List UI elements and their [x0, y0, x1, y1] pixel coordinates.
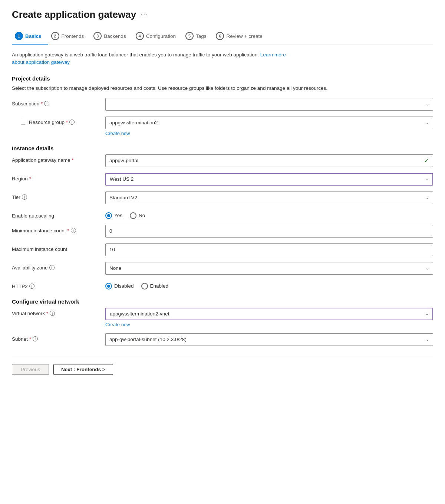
tab-number-configuration: 4: [136, 32, 144, 40]
tier-label: Tier i: [12, 192, 101, 200]
resource-group-create-new[interactable]: Create new: [105, 131, 130, 136]
resource-group-value: appgwssltermination2: [109, 120, 158, 125]
region-control: West US 2 ⌄: [105, 173, 433, 186]
app-name-checkmark: ✓: [424, 157, 429, 164]
app-gateway-name-control: appgw-portal ✓: [105, 154, 433, 167]
next-button[interactable]: Next : Frontends >: [53, 364, 113, 375]
tab-basics[interactable]: 1 Basics: [12, 28, 48, 45]
availability-zone-row: Availability zone i None ⌄: [12, 262, 433, 275]
subnet-control: app-gw-portal-subnet (10.2.3.0/28) ⌄: [105, 333, 433, 346]
max-instance-control: [105, 243, 433, 256]
instance-details-header: Instance details: [12, 145, 433, 151]
min-instance-row: Minimum instance count * i: [12, 225, 433, 238]
app-gateway-name-value: appgw-portal: [109, 158, 138, 163]
vnet-create-new[interactable]: Create new: [105, 322, 130, 327]
resource-group-row: Resource group * i appgwssltermination2 …: [12, 117, 433, 136]
subnet-chevron: ⌄: [426, 337, 429, 342]
virtual-network-row: Virtual network * i appgwssltermination2…: [12, 308, 433, 327]
app-gateway-name-dropdown[interactable]: appgw-portal ✓: [105, 154, 433, 167]
about-link[interactable]: about application gateway: [12, 59, 70, 65]
http2-disabled-label: Disabled: [114, 283, 134, 289]
tab-label-basics: Basics: [25, 33, 42, 39]
vnet-info-icon[interactable]: i: [50, 311, 55, 316]
autoscaling-no-radio[interactable]: [130, 212, 136, 219]
app-name-required: *: [72, 157, 74, 163]
app-gateway-name-label: Application gateway name *: [12, 154, 101, 163]
availability-zone-info-icon[interactable]: i: [49, 265, 55, 270]
tab-review[interactable]: 6 Review + create: [213, 28, 269, 45]
resource-group-info-icon[interactable]: i: [69, 120, 75, 125]
virtual-network-label: Virtual network * i: [12, 308, 101, 316]
tab-label-review: Review + create: [226, 33, 262, 39]
tier-info-icon[interactable]: i: [22, 194, 27, 200]
min-instance-input[interactable]: [105, 225, 433, 238]
tab-label-configuration: Configuration: [146, 33, 176, 39]
min-instance-label: Minimum instance count * i: [12, 225, 101, 233]
min-instance-info-icon[interactable]: i: [71, 228, 76, 233]
ellipsis-menu[interactable]: ···: [141, 11, 148, 19]
autoscaling-yes-label: Yes: [114, 213, 122, 218]
indent-line: [21, 118, 25, 125]
tab-backends[interactable]: 3 Backends: [90, 28, 132, 45]
subnet-row: Subnet * i app-gw-portal-subnet (10.2.3.…: [12, 333, 433, 346]
region-chevron: ⌄: [425, 177, 429, 181]
autoscaling-yes-dot: [107, 214, 110, 217]
learn-more-link[interactable]: Learn more: [260, 52, 286, 58]
availability-zone-value: None: [109, 265, 121, 271]
http2-enabled-radio[interactable]: [141, 283, 148, 289]
region-label: Region *: [12, 173, 101, 181]
tabs-row: 1 Basics 2 Frontends 3 Backends 4 Config…: [12, 28, 433, 45]
tab-label-backends: Backends: [104, 33, 126, 39]
tier-dropdown[interactable]: Standard V2 ⌄: [105, 192, 433, 204]
subscription-row: Subscription * i ⌄: [12, 98, 433, 111]
http2-disabled-dot: [107, 285, 110, 288]
resource-group-chevron: ⌄: [426, 120, 429, 125]
tier-chevron: ⌄: [426, 195, 429, 200]
http2-enabled-label: Enabled: [150, 283, 169, 289]
subscription-label: Subscription * i: [12, 98, 101, 107]
availability-zone-label: Availability zone i: [12, 262, 101, 271]
autoscaling-yes-option[interactable]: Yes: [105, 212, 122, 219]
http2-info-icon[interactable]: i: [29, 284, 34, 289]
autoscaling-no-option[interactable]: No: [130, 212, 145, 219]
http2-enabled-option[interactable]: Enabled: [141, 283, 169, 289]
http2-disabled-radio[interactable]: [105, 283, 112, 289]
resource-group-required: *: [66, 120, 68, 125]
subnet-dropdown[interactable]: app-gw-portal-subnet (10.2.3.0/28) ⌄: [105, 333, 433, 346]
virtual-network-dropdown[interactable]: appgwssltermination2-vnet ⌄: [105, 308, 433, 320]
vnet-required: *: [46, 311, 48, 316]
autoscaling-radio-group: Yes No: [105, 210, 433, 219]
region-value: West US 2: [110, 176, 134, 182]
tab-configuration[interactable]: 4 Configuration: [133, 28, 182, 45]
subnet-info-icon[interactable]: i: [33, 336, 38, 341]
instance-details-section: Instance details Application gateway nam…: [12, 145, 433, 289]
subscription-info-icon[interactable]: i: [44, 101, 49, 106]
http2-control: Disabled Enabled: [105, 281, 433, 289]
subnet-required: *: [29, 336, 31, 342]
project-details-header: Project details: [12, 75, 433, 82]
resource-group-label: Resource group * i: [12, 117, 101, 125]
vnet-header: Configure virtual network: [12, 298, 433, 305]
region-required: *: [29, 176, 31, 181]
tab-label-tags: Tags: [196, 33, 207, 39]
tab-label-frontends: Frontends: [62, 33, 84, 39]
resource-group-dropdown[interactable]: appgwssltermination2 ⌄: [105, 117, 433, 129]
tab-frontends[interactable]: 2 Frontends: [48, 28, 91, 45]
http2-row: HTTP2 i Disabled Enabled: [12, 281, 433, 289]
tab-number-backends: 3: [93, 32, 102, 40]
subscription-dropdown[interactable]: ⌄: [105, 98, 433, 111]
http2-disabled-option[interactable]: Disabled: [105, 283, 134, 289]
availability-zone-dropdown[interactable]: None ⌄: [105, 262, 433, 275]
tab-tags[interactable]: 5 Tags: [182, 28, 213, 45]
max-instance-input[interactable]: [105, 243, 433, 256]
vnet-section: Configure virtual network Virtual networ…: [12, 298, 433, 346]
project-details-section: Project details Select the subscription …: [12, 75, 433, 136]
previous-button[interactable]: Previous: [12, 364, 49, 375]
description-text: An application gateway is a web traffic …: [12, 51, 433, 66]
region-dropdown[interactable]: West US 2 ⌄: [105, 173, 433, 186]
min-instance-required: *: [67, 228, 69, 233]
autoscaling-yes-radio[interactable]: [105, 212, 112, 219]
tab-number-basics: 1: [15, 32, 23, 40]
max-instance-label: Maximum instance count: [12, 243, 101, 252]
subnet-value: app-gw-portal-subnet (10.2.3.0/28): [109, 337, 187, 342]
